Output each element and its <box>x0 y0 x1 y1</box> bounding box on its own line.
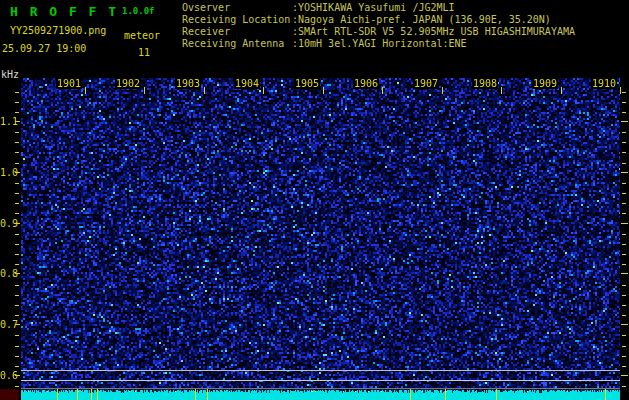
info-label: Receiver <box>182 26 292 38</box>
level-band-canvas <box>21 389 620 400</box>
y-tick-major-left <box>15 172 20 173</box>
y-tick-minor-right <box>622 132 626 133</box>
y-tick-minor-right <box>622 346 626 347</box>
y-tick-minor-left <box>15 386 19 387</box>
y-tick-minor-left <box>15 132 19 133</box>
carrier-line-1 <box>21 370 620 371</box>
datetime-label: 25.09.27 19:00 <box>2 43 86 54</box>
x-tick-minute <box>501 87 502 94</box>
y-tick-minor-left <box>15 254 19 255</box>
event-marker <box>605 389 606 400</box>
y-tick-minor-left <box>15 163 19 164</box>
corner-red-block <box>0 389 19 400</box>
y-tick-major-left <box>15 121 20 122</box>
y-tick-label: 0.9 <box>0 218 14 229</box>
meteor-count: 11 <box>138 47 150 58</box>
event-marker <box>57 389 58 400</box>
observer-info-block: Ovserver:YOSHIKAWA Yasufumi /JG2MLIRecei… <box>182 2 575 50</box>
event-marker <box>195 389 196 400</box>
y-tick-minor-right <box>622 356 626 357</box>
hrofft-screenshot: H R O F F T 1.0.0f YY2509271900.png mete… <box>0 0 629 400</box>
y-tick-minor-left <box>15 112 19 113</box>
info-label: Receiving Antenna <box>182 38 292 50</box>
mode-label: meteor <box>124 30 160 41</box>
x-tick-minute <box>561 87 562 94</box>
y-tick-label: 1.0 <box>0 167 14 178</box>
y-tick-major-right <box>621 172 628 173</box>
spectrogram-canvas <box>21 78 620 389</box>
y-tick-minor-right <box>622 102 626 103</box>
event-marker <box>97 389 98 400</box>
y-tick-minor-right <box>622 142 626 143</box>
y-tick-minor-left <box>15 315 19 316</box>
event-marker <box>77 389 78 400</box>
info-value: :YOSHIKAWA Yasufumi /JG2MLI <box>292 2 455 13</box>
output-filename: YY2509271900.png <box>10 25 106 36</box>
y-tick-minor-left <box>15 142 19 143</box>
x-tick-label: 1903 <box>175 78 201 89</box>
y-tick-major-left <box>15 375 20 376</box>
y-tick-minor-left <box>15 234 19 235</box>
x-tick-minute <box>620 87 621 94</box>
y-tick-major-right <box>621 375 628 376</box>
y-tick-minor-right <box>622 234 626 235</box>
y-tick-label: 1.1 <box>0 116 14 127</box>
info-label: Receiving Location <box>182 14 292 26</box>
y-tick-minor-left <box>15 244 19 245</box>
y-tick-minor-right <box>622 152 626 153</box>
y-tick-minor-right <box>622 244 626 245</box>
y-tick-minor-left <box>15 193 19 194</box>
y-tick-minor-right <box>622 305 626 306</box>
y-tick-minor-left <box>15 203 19 204</box>
y-tick-major-right <box>621 121 628 122</box>
y-tick-minor-left <box>15 152 19 153</box>
y-tick-minor-left <box>15 183 19 184</box>
y-tick-minor-right <box>622 264 626 265</box>
x-tick-label: 1907 <box>413 78 439 89</box>
info-row-2: Receiver:SMArt RTL-SDR V5 52.905MHz USB … <box>182 26 575 38</box>
y-tick-major-left <box>15 273 20 274</box>
app-title: H R O F F T <box>10 4 118 19</box>
event-marker <box>496 389 497 400</box>
x-tick-minute <box>144 87 145 94</box>
y-tick-minor-left <box>15 285 19 286</box>
x-tick-minute <box>85 87 86 94</box>
event-marker <box>207 389 208 400</box>
y-tick-minor-left <box>15 295 19 296</box>
y-tick-minor-right <box>622 163 626 164</box>
x-tick-minute <box>263 87 264 94</box>
y-tick-label: 0.7 <box>0 319 14 330</box>
info-label: Ovserver <box>182 2 292 14</box>
event-marker <box>445 389 446 400</box>
carrier-line-2 <box>21 380 620 381</box>
y-tick-minor-left <box>15 102 19 103</box>
y-tick-minor-right <box>622 92 626 93</box>
info-value: :SMArt RTL-SDR V5 52.905MHz USB HIGASHIM… <box>292 26 575 37</box>
y-tick-minor-right <box>622 315 626 316</box>
event-marker <box>410 389 411 400</box>
info-row-0: Ovserver:YOSHIKAWA Yasufumi /JG2MLI <box>182 2 575 14</box>
x-tick-minute <box>382 87 383 94</box>
y-tick-minor-left <box>15 366 19 367</box>
x-tick-minute <box>442 87 443 94</box>
y-tick-minor-left <box>15 264 19 265</box>
info-row-1: Receiving Location:Nagoya Aichi-pref. JA… <box>182 14 575 26</box>
y-tick-minor-left <box>15 356 19 357</box>
y-tick-minor-right <box>622 112 626 113</box>
y-tick-major-right <box>621 273 628 274</box>
y-tick-minor-right <box>622 285 626 286</box>
y-tick-minor-right <box>622 295 626 296</box>
x-tick-label: 1904 <box>234 78 260 89</box>
y-tick-minor-right <box>622 213 626 214</box>
y-tick-minor-right <box>622 335 626 336</box>
x-tick-minute <box>323 87 324 94</box>
x-tick-label: 1901 <box>56 78 82 89</box>
y-tick-major-left <box>15 223 20 224</box>
x-tick-label: 1910 <box>591 78 617 89</box>
x-tick-label: 1902 <box>115 78 141 89</box>
y-tick-major-right <box>621 324 628 325</box>
y-tick-major-left <box>15 324 20 325</box>
x-tick-minute <box>204 87 205 94</box>
y-tick-major-right <box>621 223 628 224</box>
y-tick-minor-right <box>622 183 626 184</box>
